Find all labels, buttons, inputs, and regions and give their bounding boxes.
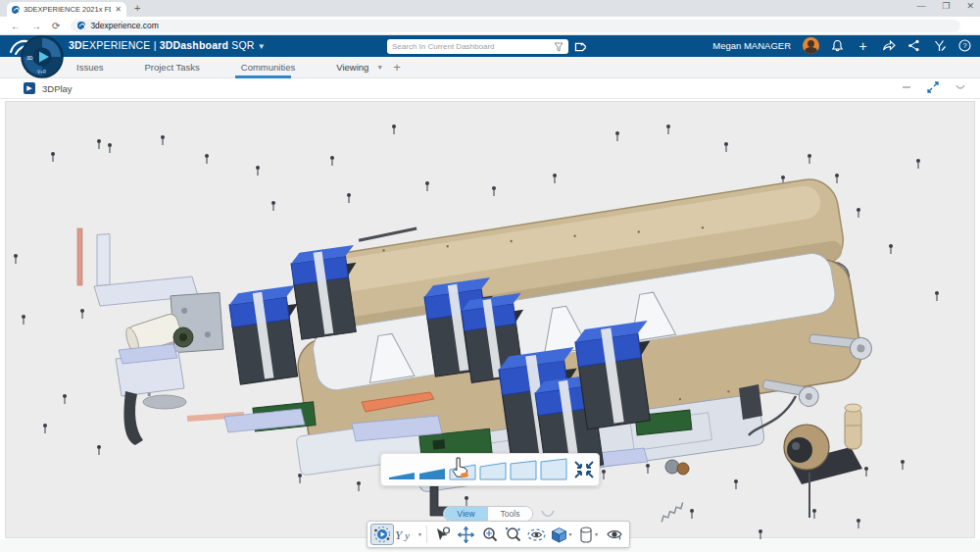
widget-minimize-icon[interactable] — [902, 81, 911, 93]
hide-show-tool[interactable] — [603, 524, 626, 545]
dashboard-tabrow: Issues Project Tasks Communities Viewing… — [0, 57, 980, 78]
new-tab-icon[interactable]: + — [134, 2, 140, 14]
title-divider: | — [151, 39, 160, 51]
add-content-icon[interactable]: + — [856, 38, 870, 53]
forward-icon[interactable]: → — [31, 21, 41, 31]
share-network-icon[interactable] — [906, 38, 921, 53]
viewer-tabs-chevron-icon[interactable] — [541, 510, 555, 519]
zoom-area-tool[interactable] — [501, 524, 524, 545]
zoom-tool[interactable] — [477, 524, 501, 545]
brand-bold: 3D — [69, 39, 82, 51]
app-name: 3DDashboard — [160, 39, 228, 51]
tag-icon[interactable] — [572, 40, 586, 54]
back-icon[interactable]: ← — [11, 21, 21, 31]
svg-text:Y: Y — [395, 527, 404, 542]
reload-icon[interactable]: ⟳ — [52, 21, 60, 31]
pan-tool[interactable] — [454, 524, 477, 545]
browser-tab[interactable]: 3DEXPERIENCE 2021x FD02 ✕ — [7, 2, 126, 17]
dashboard-search[interactable] — [387, 39, 568, 54]
application-window: 3DEXPERIENCE 2021x FD02 ✕ + — ❐ ✕ ← → ⟳ … — [0, 0, 980, 552]
brand-rest: EXPERIENCE — [82, 39, 151, 51]
help-icon[interactable]: ? — [957, 38, 972, 53]
window-restore-icon[interactable]: ❐ — [942, 1, 950, 11]
window-close-icon[interactable]: ✕ — [966, 1, 974, 11]
turntable-tool[interactable] — [524, 524, 548, 545]
address-bar[interactable]: 3dexperience.com — [71, 20, 960, 32]
viewer-tab-tools[interactable]: Tools — [488, 507, 532, 521]
select-tool[interactable] — [430, 524, 454, 545]
widget-menu-chevron-icon[interactable] — [955, 81, 966, 93]
model-coupler-and-spring — [660, 460, 689, 522]
user-avatar[interactable] — [803, 37, 819, 54]
3dplay-widget-icon: ▶ — [24, 82, 35, 94]
browser-tab-title: 3DEXPERIENCE 2021x FD02 — [24, 5, 111, 14]
explode-level-1[interactable] — [389, 473, 415, 479]
explode-level-6[interactable] — [541, 459, 566, 479]
explode-slider-panel[interactable] — [380, 453, 600, 486]
whats-new-icon[interactable] — [932, 38, 947, 53]
search-input[interactable] — [392, 42, 554, 51]
view-cube-dropdown-icon[interactable]: ▼ — [568, 531, 573, 537]
tab-close-icon[interactable]: ✕ — [115, 6, 122, 14]
browser-tabstrip: 3DEXPERIENCE 2021x FD02 ✕ + — ❐ ✕ — [0, 0, 980, 17]
3dexperience-compass[interactable]: 3D V+R — [21, 35, 64, 78]
notifications-bell-icon[interactable] — [830, 38, 845, 53]
viewer-tab-view[interactable]: View — [444, 507, 488, 521]
play-scenario-tool[interactable] — [370, 524, 394, 545]
viewer-toolbar: Y y ▼ — [367, 521, 630, 548]
hand-cursor — [449, 457, 468, 478]
window-minimize-icon[interactable]: — — [916, 1, 925, 11]
title-chevron-icon[interactable]: ▼ — [258, 42, 266, 51]
filter-funnel-icon[interactable] — [554, 42, 564, 52]
explode-level-4[interactable] — [480, 463, 506, 479]
explode-tool-dropdown-icon[interactable]: ▼ — [417, 531, 422, 537]
user-name[interactable]: Megan MANAGER — [712, 40, 791, 51]
app-title[interactable]: 3DEXPERIENCE | 3DDashboard SQR▼ — [69, 39, 266, 51]
toolbar-separator — [426, 526, 427, 543]
dashboard-code: SQR — [231, 39, 254, 51]
model-cylinder-part — [845, 404, 861, 449]
model-drum-assembly — [739, 384, 862, 518]
tab-project-tasks[interactable]: Project Tasks — [144, 62, 199, 73]
projection-dropdown-icon[interactable]: ▼ — [594, 531, 599, 537]
site-favicon — [77, 22, 85, 29]
widget-maximize-icon[interactable] — [927, 81, 939, 93]
tab-issues[interactable]: Issues — [76, 62, 103, 73]
projection-tool[interactable]: ▼ — [575, 524, 603, 545]
add-tab-icon[interactable]: + — [393, 60, 401, 75]
explode-level-5[interactable] — [511, 461, 536, 479]
svg-text:y: y — [404, 529, 410, 541]
explode-tool[interactable]: Y y ▼ — [394, 524, 423, 545]
compass-3d-label: 3D — [26, 55, 33, 61]
compass-vr-label: V+R — [37, 70, 47, 75]
widget-title: 3DPlay — [42, 83, 73, 94]
collapse-assembly-icon[interactable] — [575, 462, 593, 477]
svg-text:?: ? — [963, 41, 967, 50]
url-text: 3dexperience.com — [90, 21, 158, 30]
view-cube-tool[interactable]: ▼ — [548, 524, 575, 545]
browser-toolbar: ← → ⟳ 3dexperience.com — [0, 17, 980, 35]
tab-viewing[interactable]: Viewing — [336, 62, 368, 73]
browser-tab-favicon — [12, 6, 20, 14]
explode-level-2[interactable] — [419, 469, 445, 479]
tab-chevron-icon[interactable]: ▼ — [376, 64, 383, 71]
widget-header: ▶ 3DPlay — [0, 78, 980, 99]
model-motor-assembly — [116, 313, 244, 445]
share-icon[interactable] — [881, 38, 896, 53]
tab-communities[interactable]: Communities — [241, 62, 295, 73]
viewer-tab-group: View Tools — [443, 506, 555, 522]
